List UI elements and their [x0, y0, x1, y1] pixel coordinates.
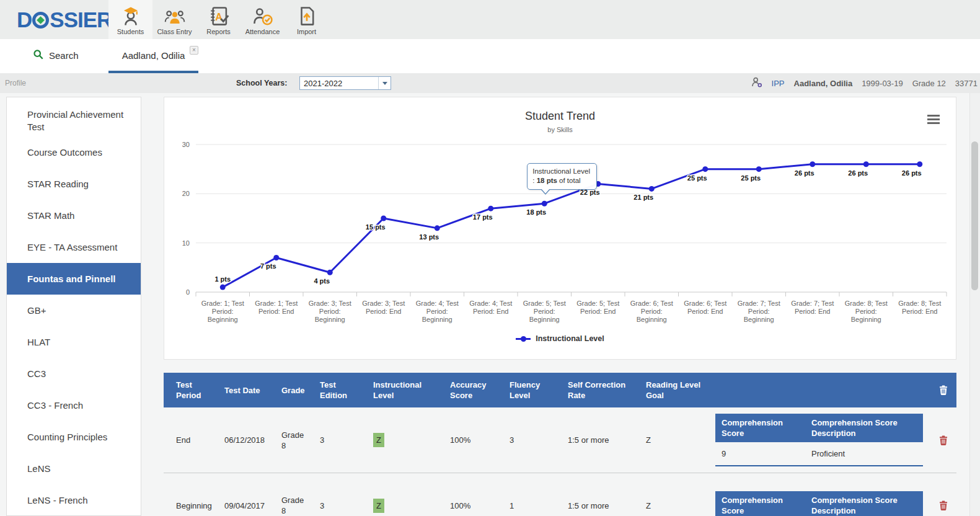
data-point-label: 25 pts [687, 174, 707, 182]
nav-item-reports[interactable]: AReports [196, 0, 241, 39]
accuracy-score-cell: 100% [438, 500, 497, 511]
sidebar-item-cc3[interactable]: CC3 [7, 358, 141, 389]
attendance-icon [252, 5, 273, 27]
sidebar-item-star-math[interactable]: STAR Math [7, 200, 141, 231]
profile-bar: Profile School Years: 2021-2022 IPP Aadl… [0, 73, 980, 93]
column-header-spacer [710, 373, 930, 407]
nav-item-label: Reports [206, 28, 231, 35]
nav-item-import[interactable]: Import [285, 0, 329, 39]
data-point-label: 26 pts [848, 169, 868, 177]
sidebar-item-lens[interactable]: LeNS [7, 453, 141, 484]
sidebar-item-cc3-french[interactable]: CC3 - French [7, 389, 141, 421]
data-point-label: 13 pts [419, 233, 439, 241]
results-table-body: End06/12/2018Grade 83Z100%31:5 or moreZC… [164, 407, 956, 516]
chart-tooltip: Instructional Level : 18 pts of total [527, 163, 597, 190]
close-tab-icon[interactable]: × [190, 46, 198, 55]
comprehension-table: Comprehension ScoreComprehension Score D… [715, 414, 923, 466]
delete-row-button[interactable] [930, 500, 956, 510]
column-header: Accuracy Score [438, 373, 497, 407]
sidebar-item-gb-[interactable]: GB+ [7, 295, 141, 326]
tooltip-value-line: : 18 pts of total [532, 176, 590, 185]
tab-search[interactable]: Search [33, 39, 79, 71]
trend-chart-svg: 01020301 pts7 pts4 pts15 pts13 pts17 pts… [164, 97, 956, 359]
delete-row-button[interactable] [930, 435, 956, 445]
x-axis-category-label: Grade: 4; TestPeriod: End [469, 300, 512, 315]
logo-text-rest: SSIER [50, 7, 112, 32]
data-point[interactable] [381, 216, 386, 221]
data-point-label: 21 pts [633, 194, 653, 201]
nav-item-class-entry[interactable]: Class Entry [152, 0, 196, 39]
test-edition-cell: 3 [307, 435, 361, 445]
x-axis-category-label: Grade: 3; TestPeriod: End [362, 300, 405, 315]
column-header: Fluency Level [497, 373, 555, 407]
student-id: 33771 [955, 79, 978, 88]
data-point[interactable] [220, 285, 226, 290]
tab-bar: Search Aadland, Odilia × [0, 39, 980, 73]
student-birth-date: 1999-03-19 [862, 79, 903, 88]
grade-cell: Grade 8 [269, 495, 307, 516]
sidebar-item-eye-ta-assessment[interactable]: EYE - TA Assessment [7, 231, 141, 263]
sidebar-item-star-reading[interactable]: STAR Reading [7, 168, 141, 200]
sidebar-item-hlat[interactable]: HLAT [7, 326, 141, 358]
x-axis-category-label: Grade: 1; TestPeriod: End [255, 300, 298, 315]
test-date-cell: 06/12/2018 [212, 435, 269, 445]
column-header: Self Correction Rate [555, 373, 633, 407]
sidebar-item-lens-french[interactable]: LeNS - French [7, 484, 141, 516]
column-header: Grade [269, 373, 307, 407]
nav-item-label: Attendance [245, 28, 280, 35]
instructional-level-cell: Z [361, 499, 438, 513]
data-point[interactable] [542, 201, 547, 207]
sidebar-item-fountas-and-pinnell[interactable]: Fountas and Pinnell [7, 263, 141, 295]
chart-legend[interactable]: Instructional Level [164, 334, 956, 343]
assessments-list: Provincial Achievement TestCourse Outcom… [7, 97, 141, 516]
column-header: Instructional Level [361, 373, 438, 407]
legend-label: Instructional Level [536, 334, 604, 343]
nav-item-students[interactable]: Students [108, 0, 152, 39]
comprehension-column-header: Comprehension Score [715, 414, 805, 442]
sidebar-item-course-outcomes[interactable]: Course Outcomes [7, 136, 141, 168]
school-year-select[interactable]: 2021-2022 [299, 76, 391, 90]
column-header: Test Period [164, 373, 212, 407]
test-period-cell: Beginning [164, 500, 212, 511]
scrollbar-thumb[interactable] [971, 141, 978, 290]
data-point[interactable] [863, 161, 869, 167]
class-entry-icon [164, 5, 185, 27]
comprehension-column-header: Comprehension Score Description [805, 414, 923, 442]
x-axis-category-label: Grade: 5; TestPeriod: End [576, 300, 619, 315]
tab-student[interactable]: Aadland, Odilia [108, 39, 198, 71]
data-point[interactable] [488, 206, 493, 211]
top-nav-items: StudentsClass EntryAReportsAttendanceImp… [108, 0, 329, 39]
dossier-logo[interactable]: DSSIER [17, 7, 112, 32]
instructional-level-cell: Z [361, 433, 438, 447]
data-point[interactable] [756, 166, 762, 172]
data-point[interactable] [810, 161, 815, 167]
table-row: Beginning09/04/2017Grade 83Z100%11:5 or … [164, 473, 956, 516]
delete-all-button[interactable] [930, 373, 956, 407]
data-point[interactable] [435, 225, 440, 231]
data-point[interactable] [649, 186, 655, 192]
trash-icon [939, 500, 948, 510]
data-point-label: 25 pts [741, 174, 761, 182]
column-header: Reading Level Goal [633, 373, 710, 407]
comprehension-table: Comprehension ScoreComprehension Score D… [715, 491, 923, 516]
data-point-label: 7 pts [260, 262, 276, 270]
ipp-link[interactable]: IPP [772, 79, 785, 88]
data-point[interactable] [327, 270, 333, 275]
x-axis-category-label: Grade: 1; TestPeriod:Beginning [201, 300, 244, 323]
y-axis-tick-label: 30 [182, 141, 190, 148]
data-point[interactable] [917, 161, 922, 167]
student-name: Aadland, Odilia [794, 79, 853, 88]
data-point[interactable] [273, 255, 279, 260]
data-point-label: 15 pts [366, 223, 386, 231]
x-axis-category-label: Grade: 6; TestPeriod:Beginning [630, 300, 673, 323]
page-scrollbar[interactable] [969, 93, 980, 516]
nav-item-label: Import [297, 28, 316, 35]
comprehension-column-header: Comprehension Score Description [805, 491, 923, 516]
x-axis-category-label: Grade: 6; TestPeriod: End [684, 300, 726, 315]
nav-item-attendance[interactable]: Attendance [241, 0, 285, 39]
sidebar-item-counting-principles[interactable]: Counting Principles [7, 421, 141, 453]
data-point[interactable] [702, 166, 708, 172]
legend-line-marker-icon [516, 338, 531, 340]
chevron-down-icon [378, 77, 391, 89]
sidebar-item-provincial-achievement-test[interactable]: Provincial Achievement Test [7, 105, 141, 136]
